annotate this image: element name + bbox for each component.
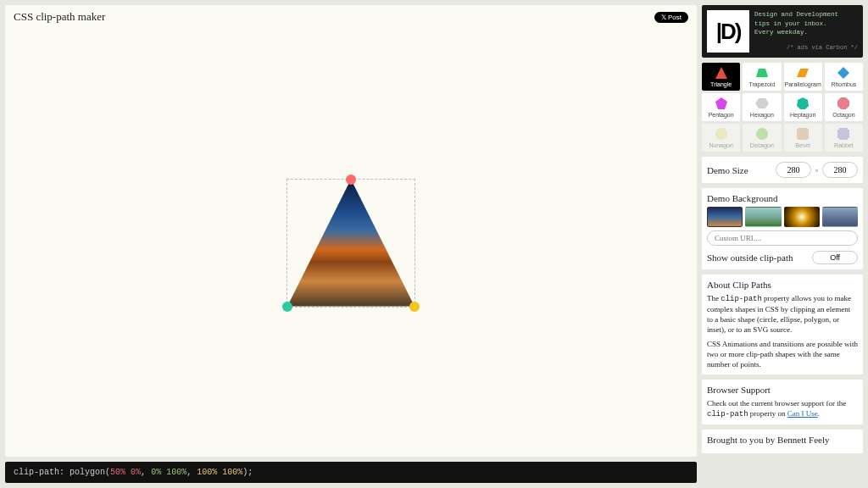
- shape-trapezoid[interactable]: Trapezoid: [743, 63, 781, 91]
- shape-label: Decagon: [750, 142, 774, 148]
- about-p2: CSS Animations and transitions are possi…: [707, 339, 858, 369]
- shape-label: Rabbet: [834, 142, 854, 148]
- demo-width-input[interactable]: [776, 162, 811, 178]
- demo-size-label: Demo Size: [707, 165, 772, 175]
- demo-height-input[interactable]: [822, 162, 858, 178]
- shape-label: Octagon: [832, 112, 854, 118]
- toggle-label: Show outside clip-path: [707, 252, 793, 263]
- support-text: Check out the current browser support fo…: [707, 398, 858, 419]
- rabbet-icon: [837, 127, 850, 141]
- svg-marker-2: [797, 69, 809, 77]
- ad-line: Design and Development: [754, 10, 858, 19]
- shape-label: Triangle: [710, 81, 732, 87]
- editor-stage[interactable]: [5, 29, 697, 457]
- svg-marker-4: [715, 97, 727, 109]
- shape-nonagon[interactable]: Nonagon: [702, 124, 740, 152]
- outside-toggle[interactable]: Off: [812, 251, 858, 264]
- times-symbol: ×: [815, 166, 819, 175]
- clipped-image: [287, 180, 415, 307]
- shape-pentagon[interactable]: Pentagon: [702, 93, 740, 121]
- shape-heptagon[interactable]: Heptagon: [784, 93, 822, 121]
- background-panel: Demo Background Show outside clip-path O…: [702, 188, 863, 269]
- svg-marker-7: [837, 97, 849, 109]
- bg-thumb-2[interactable]: [745, 207, 781, 227]
- decagon-icon: [755, 127, 769, 141]
- heptagon-icon: [796, 97, 810, 110]
- ad-block[interactable]: |D) Design and Development tips in your …: [702, 5, 863, 58]
- sidebar: |D) Design and Development tips in your …: [702, 0, 868, 488]
- trapezoid-icon: [755, 66, 769, 80]
- octagon-icon: [837, 97, 850, 110]
- svg-point-8: [715, 128, 727, 140]
- shape-label: Nonagon: [709, 142, 732, 148]
- shape-rabbet[interactable]: Rabbet: [825, 124, 863, 152]
- post-button[interactable]: 𝕏 Post: [654, 12, 688, 23]
- about-heading: About Clip Paths: [707, 280, 858, 290]
- shape-label: Hexagon: [750, 112, 774, 118]
- handle-vertex-3[interactable]: [409, 302, 420, 312]
- credit-heading: Brought to you by Bennett Feely: [707, 435, 858, 445]
- triangle-icon: [715, 66, 728, 80]
- svg-marker-10: [797, 128, 809, 140]
- bg-thumb-4[interactable]: [822, 207, 858, 227]
- custom-url-input[interactable]: [707, 230, 858, 246]
- ad-logo: |D): [707, 10, 749, 53]
- page-title: CSS clip-path maker: [14, 10, 105, 24]
- shape-rhombus[interactable]: Rhombus: [825, 63, 863, 91]
- bg-thumb-3[interactable]: [784, 207, 820, 227]
- bg-thumb-1[interactable]: [707, 207, 743, 227]
- shape-bevel[interactable]: Bevel: [784, 124, 822, 152]
- svg-point-9: [756, 128, 768, 140]
- rhombus-icon: [837, 66, 850, 80]
- handle-vertex-1[interactable]: [346, 175, 356, 185]
- about-panel: About Clip Paths The clip-path property …: [702, 274, 863, 374]
- shape-label: Parallelogram: [785, 81, 821, 87]
- demo-box: [287, 180, 415, 307]
- shape-parallelogram[interactable]: Parallelogram: [784, 63, 822, 91]
- hexagon-icon: [755, 97, 769, 110]
- bevel-icon: [796, 127, 810, 141]
- parallelogram-icon: [796, 66, 810, 80]
- demo-size-panel: Demo Size ×: [702, 157, 863, 183]
- ad-line: Every weekday.: [754, 28, 858, 37]
- shape-label: Bevel: [795, 142, 810, 148]
- canvas-panel: CSS clip-path maker 𝕏 Post: [5, 5, 697, 457]
- shape-label: Pentagon: [709, 112, 734, 118]
- svg-marker-6: [797, 97, 809, 109]
- pentagon-icon: [715, 97, 728, 110]
- ad-via: /* ads via Carbon */: [754, 44, 858, 53]
- shape-hexagon[interactable]: Hexagon: [743, 93, 781, 121]
- nonagon-icon: [715, 127, 728, 141]
- support-heading: Browser Support: [707, 385, 858, 395]
- shape-label: Rhombus: [831, 81, 856, 87]
- bg-heading: Demo Background: [707, 193, 858, 203]
- about-p1: The clip-path property allows you to mak…: [707, 293, 858, 336]
- svg-marker-5: [755, 98, 769, 108]
- shape-triangle[interactable]: Triangle: [702, 63, 740, 91]
- shape-label: Heptagon: [790, 112, 815, 118]
- shape-octagon[interactable]: Octagon: [825, 93, 863, 121]
- shape-grid: TriangleTrapezoidParallelogramRhombusPen…: [702, 63, 863, 152]
- svg-marker-1: [756, 69, 768, 77]
- ad-line: tips in your inbox.: [754, 19, 858, 29]
- handle-vertex-2[interactable]: [282, 302, 292, 312]
- svg-marker-3: [837, 67, 849, 79]
- shape-label: Trapezoid: [748, 81, 775, 87]
- credit-panel: Brought to you by Bennett Feely: [702, 430, 863, 453]
- code-output[interactable]: clip-path: polygon(50% 0%, 0% 100%, 100%…: [5, 462, 697, 483]
- shape-decagon[interactable]: Decagon: [743, 124, 781, 152]
- support-panel: Browser Support Check out the current br…: [702, 380, 863, 424]
- svg-marker-11: [837, 128, 849, 140]
- svg-marker-0: [715, 67, 727, 79]
- caniuse-link[interactable]: Can I Use: [787, 409, 818, 418]
